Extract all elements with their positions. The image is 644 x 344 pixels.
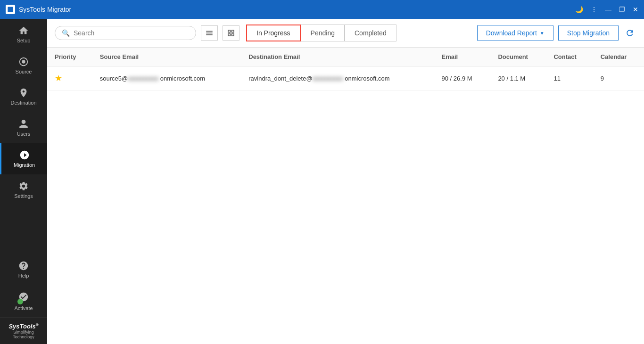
- sidebar-item-users[interactable]: Users: [0, 112, 47, 143]
- col-source-email: Source Email: [92, 48, 241, 66]
- app-title: SysTools Migrator: [19, 6, 71, 13]
- toolbar: 🔍 In Progress Pending Completed Download…: [47, 19, 644, 48]
- sidebar-item-destination[interactable]: Destination: [0, 81, 47, 112]
- col-calendar: Calendar: [593, 48, 644, 66]
- svg-rect-0: [8, 7, 13, 12]
- search-input[interactable]: [74, 29, 189, 37]
- stop-migration-button[interactable]: Stop Migration: [558, 25, 619, 41]
- chevron-down-icon: ▼: [540, 31, 545, 36]
- title-bar-controls: 🌙 ⋮ — ❐ ✕: [575, 6, 638, 13]
- table-row: ★ source5@xxxxxxxxxx onmicrosoft.com rav…: [47, 66, 644, 90]
- tab-inprogress[interactable]: In Progress: [246, 25, 301, 41]
- download-report-label: Download Report: [486, 29, 537, 37]
- contact-count-cell: 11: [546, 66, 593, 90]
- dest-email-prefix: ravindra_dont_delete@: [248, 75, 312, 82]
- tab-group: In Progress Pending Completed: [246, 25, 396, 41]
- sidebar-item-source[interactable]: Source: [0, 50, 47, 81]
- document-count-cell: 20 / 1.1 M: [490, 66, 546, 90]
- sidebar-source-label: Source: [16, 69, 32, 74]
- email-count-cell: 90 / 26.9 M: [434, 66, 491, 90]
- sidebar-settings-label: Settings: [14, 193, 33, 199]
- source-email-cell: source5@xxxxxxxxxx onmicrosoft.com: [92, 66, 241, 90]
- col-destination-email: Destination Email: [241, 48, 434, 66]
- grid-view-button[interactable]: [223, 25, 239, 41]
- sidebar-migration-label: Migration: [14, 162, 35, 168]
- tab-pending[interactable]: Pending: [301, 25, 345, 41]
- stop-migration-label: Stop Migration: [567, 29, 610, 37]
- sidebar-activate-label: Activate: [14, 305, 33, 311]
- col-priority: Priority: [47, 48, 92, 66]
- table-container: Priority Source Email Destination Email …: [47, 48, 644, 344]
- sidebar: Setup Source Destination Users Migration…: [0, 19, 47, 344]
- search-box[interactable]: 🔍: [55, 26, 196, 40]
- more-options-icon[interactable]: ⋮: [591, 6, 597, 13]
- svg-point-2: [22, 60, 25, 63]
- main-content: 🔍 In Progress Pending Completed Download…: [47, 19, 644, 344]
- source-email-blurred: xxxxxxxxxx: [128, 75, 158, 82]
- app-icon: [6, 5, 15, 14]
- source-email-domain: onmicrosoft.com: [158, 75, 205, 82]
- sidebar-item-migration[interactable]: Migration: [0, 143, 47, 174]
- app-container: Setup Source Destination Users Migration…: [0, 19, 644, 344]
- dest-email-cell: ravindra_dont_delete@xxxxxxxxxx onmicros…: [241, 66, 434, 90]
- sidebar-item-setup[interactable]: Setup: [0, 19, 47, 50]
- data-table: Priority Source Email Destination Email …: [47, 48, 644, 90]
- dest-email-domain: onmicrosoft.com: [343, 75, 390, 82]
- col-document: Document: [490, 48, 546, 66]
- activate-status-dot: [17, 299, 23, 304]
- logo-name: SysTools®: [4, 323, 43, 330]
- calendar-count-cell: 9: [593, 66, 644, 90]
- logo-tagline: Simplifying Technology: [4, 330, 43, 339]
- sidebar-setup-label: Setup: [17, 38, 31, 43]
- close-button[interactable]: ✕: [633, 6, 638, 13]
- table-header: Priority Source Email Destination Email …: [47, 48, 644, 66]
- refresh-button[interactable]: [623, 26, 636, 40]
- sidebar-bottom: Help Activate SysTools® Simplifying Tech…: [0, 254, 47, 344]
- col-contact: Contact: [546, 48, 593, 66]
- sidebar-help-label: Help: [18, 273, 29, 278]
- search-icon: 🔍: [62, 29, 70, 37]
- col-email: Email: [434, 48, 491, 66]
- download-report-button[interactable]: Download Report ▼: [477, 25, 553, 41]
- sidebar-users-label: Users: [17, 131, 31, 137]
- table-body: ★ source5@xxxxxxxxxx onmicrosoft.com rav…: [47, 66, 644, 90]
- sidebar-item-help[interactable]: Help: [0, 254, 47, 285]
- table-header-row: Priority Source Email Destination Email …: [47, 48, 644, 66]
- priority-star[interactable]: ★: [55, 74, 62, 83]
- minimize-button[interactable]: —: [605, 6, 611, 13]
- sidebar-item-settings[interactable]: Settings: [0, 174, 47, 205]
- maximize-button[interactable]: ❐: [619, 6, 625, 13]
- title-bar: SysTools Migrator 🌙 ⋮ — ❐ ✕: [0, 0, 644, 19]
- sidebar-item-activate[interactable]: Activate: [0, 285, 47, 318]
- priority-cell: ★: [47, 66, 92, 90]
- sidebar-destination-label: Destination: [10, 100, 36, 106]
- dest-email-blurred: xxxxxxxxxx: [313, 75, 343, 82]
- sidebar-logo: SysTools® Simplifying Technology: [0, 318, 47, 344]
- theme-toggle-icon[interactable]: 🌙: [575, 6, 583, 13]
- title-bar-left: SysTools Migrator: [6, 5, 71, 14]
- tab-completed[interactable]: Completed: [345, 25, 396, 41]
- source-email-prefix: source5@: [100, 75, 128, 82]
- list-view-button[interactable]: [201, 25, 218, 41]
